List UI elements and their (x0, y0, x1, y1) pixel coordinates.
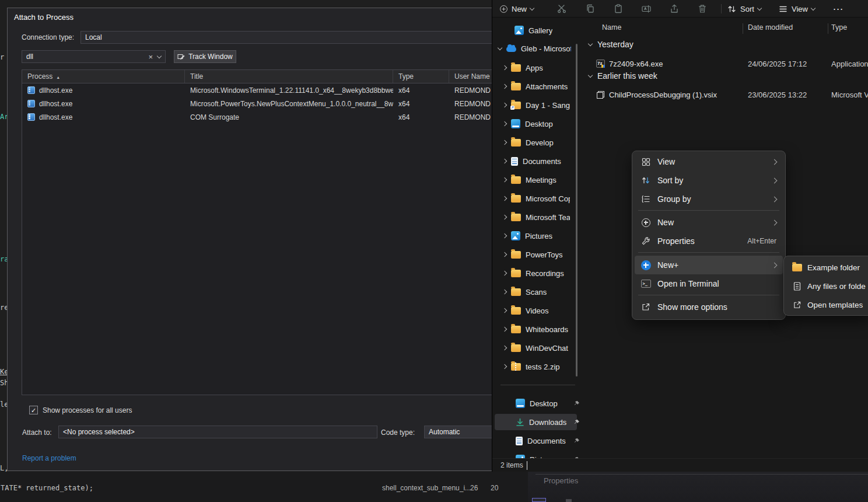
process-icon (27, 113, 35, 121)
chevron-collapsed-icon[interactable] (502, 177, 507, 182)
connection-type-select[interactable]: Local (80, 31, 527, 44)
nav-scrollbar[interactable] (576, 44, 578, 376)
new-button[interactable]: New (499, 2, 534, 16)
group-header-yesterday[interactable]: Yesterday (589, 40, 634, 49)
column-header-title[interactable]: Title (185, 70, 393, 83)
nav-item-onedrive-root[interactable]: Gleb - Microsoft (498, 40, 571, 57)
menu-item-show-more-options[interactable]: Show more options (632, 298, 785, 316)
menu-item-open-in-terminal[interactable]: Open in Terminal (632, 274, 785, 293)
nav-item-pictures[interactable]: Pictures (503, 228, 552, 244)
properties-toolbar-button[interactable] (532, 498, 546, 502)
chevron-collapsed-icon[interactable] (502, 103, 507, 107)
nav-item-folder[interactable]: Microsoft Cop (503, 190, 570, 207)
chevron-collapsed-icon[interactable] (502, 364, 507, 369)
process-row[interactable]: dllhost.exe COM Surrogate x64 REDMOND (22, 110, 527, 124)
nav-item-folder[interactable]: Meetings (503, 172, 556, 188)
nav-item-folder[interactable]: WinDevChat c (503, 340, 570, 356)
chevron-collapsed-icon[interactable] (502, 290, 507, 294)
nav-item-folder[interactable]: Scans (503, 284, 547, 300)
column-separator[interactable] (743, 23, 743, 34)
nav-item-folder[interactable]: Whiteboards (503, 321, 568, 337)
group-by-icon (641, 194, 650, 204)
show-all-users-row[interactable]: Show processes for all users (29, 406, 132, 414)
chevron-collapsed-icon[interactable] (502, 65, 507, 70)
submenu-chevron-icon (772, 262, 778, 268)
menu-item-group-by[interactable]: Group by (632, 190, 785, 208)
nav-item-folder[interactable]: Attachments (503, 78, 568, 95)
file-row-vsix[interactable]: ChildProcessDebugging (1).vsix 23/06/202… (584, 87, 868, 102)
nav-item-folder[interactable]: Develop (503, 134, 554, 151)
submenu-item-any-files[interactable]: Any files or folde (784, 277, 868, 295)
submenu-item-example-folder[interactable]: Example folder (784, 258, 868, 277)
track-window-button[interactable]: Track Window (174, 50, 236, 63)
report-a-problem-link[interactable]: Report a problem (22, 454, 76, 462)
menu-item-sort-by[interactable]: Sort by (632, 171, 785, 190)
menu-item-new-plus[interactable]: New+ (632, 256, 785, 274)
chevron-collapsed-icon[interactable] (502, 159, 507, 163)
chevron-collapsed-icon[interactable] (502, 121, 507, 126)
column-header-process[interactable]: Process (22, 70, 185, 83)
sort-button[interactable]: Sort (727, 2, 761, 16)
nav-item-pinned-documents[interactable]: Documents (516, 433, 580, 449)
submenu-item-open-templates[interactable]: Open templates (784, 295, 868, 314)
process-row[interactable]: dllhost.exe Microsoft.WindowsTerminal_1.… (22, 83, 527, 97)
see-more-button[interactable]: … (832, 0, 844, 13)
ellipsis-icon: … (832, 0, 844, 13)
filter-dropdown-icon[interactable] (157, 53, 162, 58)
nav-item-folder[interactable]: Microsoft Tear (503, 209, 570, 225)
chevron-collapsed-icon[interactable] (502, 271, 507, 276)
nav-item-folder[interactable]: Day 1 - Sangee (503, 97, 570, 113)
paste-button[interactable] (613, 2, 624, 16)
attach-to-field[interactable]: <No process selected> (58, 426, 377, 438)
show-all-users-checkbox[interactable] (29, 406, 38, 414)
nav-item-folder[interactable]: Apps (503, 60, 543, 76)
file-type: Microsoft Vi (831, 90, 868, 99)
nav-item-pinned-desktop[interactable]: Desktop (516, 395, 580, 412)
column-header-type[interactable]: Type (831, 23, 847, 32)
folder-shortcut-icon (511, 102, 521, 109)
group-header-earlier-this-week[interactable]: Earlier this week (589, 71, 657, 81)
chevron-expanded-icon[interactable] (498, 45, 502, 50)
chevron-collapsed-icon[interactable] (502, 215, 507, 219)
nav-label: Meetings (526, 176, 556, 184)
chevron-collapsed-icon[interactable] (502, 308, 507, 313)
chevron-collapsed-icon[interactable] (502, 196, 507, 201)
share-button[interactable] (669, 2, 680, 16)
column-header-date-modified[interactable]: Date modified (748, 23, 793, 32)
chevron-expanded-icon[interactable] (588, 41, 593, 46)
chevron-collapsed-icon[interactable] (502, 346, 507, 350)
nav-item-gallery[interactable]: Gallery (514, 22, 552, 39)
nav-item-folder[interactable]: Recordings (503, 265, 564, 281)
folder-icon (511, 64, 521, 72)
chevron-collapsed-icon[interactable] (502, 140, 507, 145)
chevron-collapsed-icon[interactable] (502, 233, 507, 238)
copy-button[interactable] (585, 2, 596, 16)
chevron-expanded-icon[interactable] (588, 72, 593, 77)
menu-item-view[interactable]: View (632, 152, 785, 171)
7zip-exe-icon (596, 60, 605, 68)
nav-item-pinned-downloads[interactable]: Downloads (516, 414, 580, 430)
file-row-7z2409[interactable]: 7z2409-x64.exe 24/06/2025 17:12 Applicat… (584, 56, 868, 71)
nav-item-folder[interactable]: PowerToys (503, 246, 563, 263)
column-header-type[interactable]: Type (393, 70, 449, 83)
menu-item-new[interactable]: New (632, 213, 785, 232)
view-button[interactable]: View (778, 2, 815, 16)
clear-filter-icon[interactable]: × (148, 53, 153, 61)
nav-label: tests 2.zip (526, 362, 560, 371)
nav-item-documents[interactable]: Documents (503, 153, 561, 169)
menu-item-properties[interactable]: Properties Alt+Enter (632, 232, 785, 250)
nav-item-folder[interactable]: Videos (503, 302, 549, 319)
chevron-collapsed-icon[interactable] (502, 84, 507, 89)
chevron-collapsed-icon[interactable] (502, 327, 507, 332)
column-separator[interactable] (828, 23, 828, 34)
chevron-collapsed-icon[interactable] (502, 252, 507, 257)
nav-item-pinned-pictures[interactable]: Pictures (516, 451, 580, 458)
nav-item-desktop[interactable]: Desktop (503, 116, 553, 132)
column-header-name[interactable]: Name (602, 23, 621, 32)
cut-button[interactable] (556, 2, 567, 16)
nav-item-zip[interactable]: tests 2.zip (503, 358, 560, 375)
process-filter-input[interactable]: dll × (22, 50, 166, 63)
rename-button[interactable] (641, 2, 652, 16)
process-row[interactable]: dllhost.exe Microsoft.PowerToys.NewPlusC… (22, 97, 527, 110)
delete-button[interactable] (697, 2, 708, 16)
